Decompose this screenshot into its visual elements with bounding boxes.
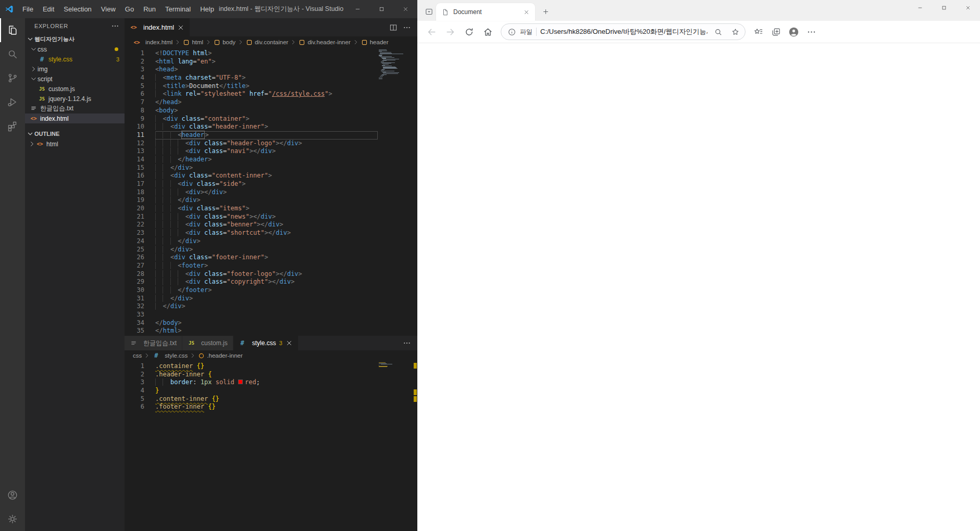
scm-button[interactable] (0, 66, 25, 90)
search-button[interactable] (0, 42, 25, 66)
minimize-button[interactable] (908, 0, 932, 16)
back-button[interactable] (423, 23, 440, 41)
breadcrumb-item-div.header-inner[interactable]: div.header-inner (299, 39, 350, 46)
code-line[interactable]: 30 </footer> (125, 286, 417, 295)
code-line[interactable]: 2<html lang="en"> (125, 58, 417, 66)
code-line[interactable]: 35</html> (125, 327, 417, 335)
gear-button[interactable] (0, 507, 25, 531)
code-line[interactable]: 16 <div class="content-inner"> (125, 172, 417, 180)
favorites-button[interactable] (750, 23, 766, 40)
maximize-button[interactable] (369, 0, 393, 18)
code-line[interactable]: 1<!DOCTYPE html> (125, 49, 417, 58)
add-favorite-button[interactable] (728, 25, 742, 39)
code-line[interactable]: 8<body> (125, 107, 417, 115)
settings-menu-button[interactable] (803, 23, 820, 40)
tree-item-script[interactable]: script (25, 74, 125, 84)
code-line[interactable]: 14 </header> (125, 156, 417, 164)
tab-한글입습.txt[interactable]: 한글입습.txt (125, 336, 182, 350)
code-line[interactable]: 1.container {} (125, 362, 417, 371)
collections-button[interactable] (767, 23, 784, 40)
zoom-button[interactable] (711, 25, 725, 39)
tab-close-icon[interactable] (523, 9, 530, 16)
refresh-button[interactable] (460, 23, 478, 41)
forward-button[interactable] (441, 23, 459, 41)
close-button[interactable] (956, 0, 980, 16)
breadcrumb-item-html[interactable]: html (183, 39, 203, 46)
explorer-more-actions-icon[interactable] (111, 22, 119, 30)
menu-terminal[interactable]: Terminal (160, 0, 195, 18)
code-line[interactable]: 2.header-inner { (125, 371, 417, 379)
tree-item-style.css[interactable]: #style.css3 (25, 54, 125, 64)
outline-header[interactable]: OUTLINE (25, 129, 125, 139)
tab-style.css[interactable]: #style.css3 (233, 336, 299, 350)
code-line[interactable]: 20 <div class="items"> (125, 205, 417, 213)
breadcrumb-item-index.html[interactable]: <>index.html (133, 39, 172, 45)
tree-item-img[interactable]: img (25, 64, 125, 74)
code-line[interactable]: 31 </div> (125, 295, 417, 303)
menu-selection[interactable]: Selection (59, 0, 96, 18)
breadcrumb-item-css[interactable]: css (133, 352, 142, 359)
code-line[interactable]: 3 border: 1px solid red; (125, 378, 417, 387)
minimize-button[interactable] (345, 0, 369, 18)
tree-item-custom.js[interactable]: JScustom.js (25, 84, 125, 94)
close-button[interactable] (393, 0, 417, 18)
code-line[interactable]: 9 <div class="container"> (125, 115, 417, 123)
code-line[interactable]: 32 </div> (125, 302, 417, 311)
code-line[interactable]: 7</head> (125, 98, 417, 107)
address-bar[interactable]: 파일 C:/Users/hk8286/OneDrive/바탕%20화면/웹디자인… (501, 23, 746, 40)
tree-item-jquery-1.12.4.js[interactable]: JSjquery-1.12.4.js (25, 94, 125, 104)
profile-button[interactable] (785, 23, 802, 40)
split-editor-icon[interactable] (389, 23, 398, 32)
debug-button[interactable] (0, 90, 25, 114)
maximize-button[interactable] (932, 0, 956, 16)
code-line[interactable]: 21 <div class="news"></div> (125, 213, 417, 221)
breadcrumb-item-body[interactable]: body (214, 39, 235, 46)
menu-run[interactable]: Run (139, 0, 160, 18)
code-line[interactable]: 6 <link rel="stylesheet" href="/css/styl… (125, 90, 417, 98)
code-line[interactable]: 28 <div class="footer-logo"></div> (125, 270, 417, 279)
tree-item-css[interactable]: css (25, 44, 125, 54)
account-button[interactable] (0, 483, 25, 507)
code-line[interactable]: 3<head> (125, 66, 417, 74)
breadcrumb-item-header[interactable]: header (361, 39, 389, 46)
breadcrumb-item-style.css[interactable]: #style.css (152, 352, 188, 359)
menu-file[interactable]: File (18, 0, 38, 18)
code-line[interactable]: 10 <div class="header-inner"> (125, 123, 417, 131)
tab-actions-menu-button[interactable] (421, 4, 436, 19)
files-button[interactable] (0, 18, 25, 42)
code-line[interactable]: 4 <meta charset="UTF-8"> (125, 74, 417, 82)
more-actions-icon[interactable] (403, 339, 411, 347)
minimap-bottom[interactable] (379, 362, 410, 368)
breadcrumb-item-div.container[interactable]: div.container (246, 39, 288, 46)
outline-item-html[interactable]: <>html (25, 139, 125, 149)
code-line[interactable]: 25 </div> (125, 246, 417, 254)
code-line[interactable]: 6.footer-inner {} (125, 403, 417, 411)
url-text[interactable]: C:/Users/hk8286/OneDrive/바탕%20화면/웹디자인기능사… (540, 27, 708, 36)
menu-view[interactable]: View (96, 0, 120, 18)
tab-index.html[interactable]: <>index.html (125, 18, 190, 36)
browser-tab[interactable]: Document (436, 3, 535, 21)
extensions-button[interactable] (0, 114, 25, 138)
code-line[interactable]: 15 </div> (125, 164, 417, 172)
code-line[interactable]: 18 <div></div> (125, 188, 417, 197)
minimap-main[interactable] (379, 49, 410, 79)
home-button[interactable] (479, 23, 497, 41)
code-line[interactable]: 23 <div class="shortcut"></div> (125, 229, 417, 237)
code-line[interactable]: 26 <div class="footer-inner"> (125, 254, 417, 262)
code-line[interactable]: 22 <div class="benner"></div> (125, 221, 417, 229)
page-info-icon[interactable] (507, 28, 516, 36)
code-line[interactable]: 11 <header> (125, 131, 417, 140)
code-line[interactable]: 34</body> (125, 319, 417, 327)
menu-help[interactable]: Help (195, 0, 219, 18)
tab-custom.js[interactable]: JScustom.js (182, 336, 233, 350)
breadcrumb-item-.header-inner[interactable]: .header-inner (198, 352, 242, 359)
code-line[interactable]: 24 </div> (125, 237, 417, 246)
code-line[interactable]: 17 <div class="side"> (125, 180, 417, 188)
more-actions-icon[interactable] (403, 23, 411, 32)
tree-item-index.html[interactable]: <>index.html (25, 113, 125, 123)
menu-edit[interactable]: Edit (38, 0, 59, 18)
code-line[interactable]: 12 <div class="header-logo"></div> (125, 140, 417, 148)
code-line[interactable]: 4} (125, 387, 417, 395)
code-line[interactable]: 29 <div class="copyright"></div> (125, 278, 417, 286)
code-line[interactable]: 5 <title>Document</title> (125, 82, 417, 91)
